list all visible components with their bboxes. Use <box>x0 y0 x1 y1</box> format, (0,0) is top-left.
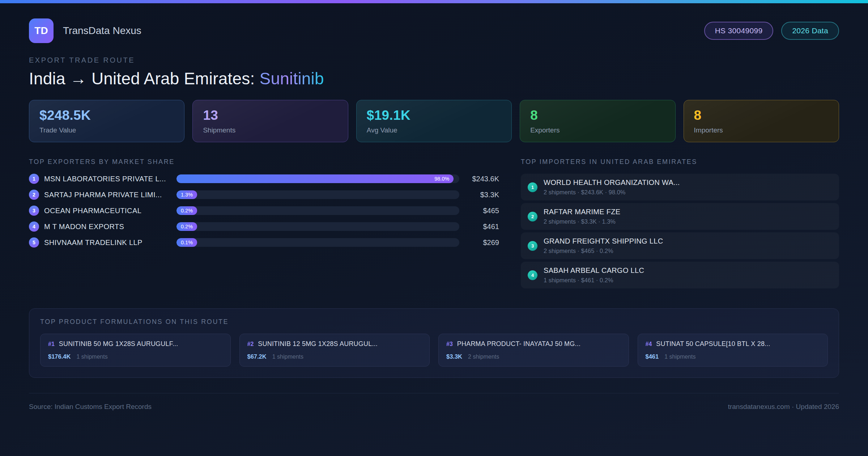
title-product: Sunitinib <box>260 69 324 88</box>
exporter-row[interactable]: 4 M T MADON EXPORTS 0.2% $461 <box>29 221 499 232</box>
stat-label: Importers <box>694 126 829 134</box>
footer: Source: Indian Customs Export Records tr… <box>29 393 839 411</box>
importer-name: SABAH ARBEAL CARGO LLC <box>544 266 644 275</box>
market-share-percent: 0.1% <box>181 240 193 245</box>
exporter-row[interactable]: 1 MSN LABORATORIES PRIVATE L... 98.0% $2… <box>29 174 499 184</box>
exporter-name: SHIVNAAM TRADELINK LLP <box>44 238 171 247</box>
eyebrow-label: EXPORT TRADE ROUTE <box>29 56 839 64</box>
importer-name: GRAND FREIGHTX SHIPPING LLC <box>544 237 663 245</box>
product-rank: #1 <box>48 341 55 347</box>
product-top: #4 SUTINAT 50 CAPSULE[10 BTL X 28... <box>646 340 820 348</box>
header: TD TransData Nexus HS 30049099 2026 Data <box>29 18 839 43</box>
exporter-rank-badge: 3 <box>29 206 39 216</box>
product-card[interactable]: #4 SUTINAT 50 CAPSULE[10 BTL X 28... $46… <box>638 334 828 367</box>
importer-card[interactable]: 3 GRAND FREIGHTX SHIPPING LLC 2 shipment… <box>521 232 839 259</box>
stat-card-avg-value: $19.1K Avg Value <box>356 100 512 142</box>
importer-rank-badge: 1 <box>528 182 537 192</box>
market-share-bar: 0.1% <box>176 238 197 247</box>
stat-card-trade-value: $248.5K Trade Value <box>29 100 184 142</box>
product-name: SUNITINIB 50 MG 1X28S AURUGULF... <box>59 340 178 348</box>
market-share-bar: 98.0% <box>176 174 454 183</box>
importer-info: RAFTAR MARIME FZE 2 shipments · $3.3K · … <box>544 208 621 225</box>
market-share-bar: 0.2% <box>176 206 197 215</box>
importer-card[interactable]: 4 SABAH ARBEAL CARGO LLC 1 shipments · $… <box>521 262 839 288</box>
product-name: PHARMA PRODUCT- INAYATAJ 50 MG... <box>457 340 580 348</box>
product-shipments: 2 shipments <box>468 354 499 360</box>
exporters-section: TOP EXPORTERS BY MARKET SHARE 1 MSN LABO… <box>29 158 499 253</box>
market-share-bar-track: 98.0% <box>176 174 459 183</box>
stat-value: $19.1K <box>367 108 501 123</box>
product-shipments: 1 shipments <box>76 354 107 360</box>
product-bottom: $461 1 shipments <box>646 353 820 360</box>
exporter-trade-value: $461 <box>464 223 499 231</box>
title-route: India → United Arab Emirates: <box>29 69 255 88</box>
page-container: TD TransData Nexus HS 30049099 2026 Data… <box>0 18 868 411</box>
product-card[interactable]: #1 SUNITINIB 50 MG 1X28S AURUGULF... $17… <box>40 334 231 367</box>
product-top: #3 PHARMA PRODUCT- INAYATAJ 50 MG... <box>446 340 621 348</box>
stat-card-importers: 8 Importers <box>684 100 839 142</box>
market-share-bar-track: 0.2% <box>176 222 459 231</box>
footer-source: Source: Indian Customs Export Records <box>29 403 152 411</box>
importer-card[interactable]: 2 RAFTAR MARIME FZE 2 shipments · $3.3K … <box>521 203 839 230</box>
importer-rank-badge: 2 <box>528 212 537 221</box>
stat-value: 8 <box>694 108 829 123</box>
footer-site-link[interactable]: transdatanexus.com · Updated 2026 <box>728 403 839 411</box>
exporter-name: M T MADON EXPORTS <box>44 223 171 231</box>
stat-label: Shipments <box>203 126 337 134</box>
stat-value: $248.5K <box>39 108 174 123</box>
page-title: India → United Arab Emirates:Sunitinib <box>29 69 839 88</box>
stat-card-shipments: 13 Shipments <box>192 100 348 142</box>
exporter-trade-value: $3.3K <box>464 191 499 199</box>
stats-row: $248.5K Trade Value 13 Shipments $19.1K … <box>29 100 839 142</box>
market-share-percent: 0.2% <box>181 208 193 214</box>
exporter-name: SARTAJ PHARMA PRIVATE LIMI... <box>44 191 171 199</box>
importer-meta: 2 shipments · $3.3K · 1.3% <box>544 218 621 225</box>
product-shipments: 1 shipments <box>664 354 695 360</box>
year-data-badge[interactable]: 2026 Data <box>781 22 839 40</box>
market-share-percent: 98.0% <box>434 176 449 182</box>
market-share-bar: 1.3% <box>176 190 197 199</box>
importer-meta: 1 shipments · $461 · 0.2% <box>544 277 644 284</box>
product-bottom: $176.4K 1 shipments <box>48 353 223 360</box>
exporter-trade-value: $465 <box>464 207 499 215</box>
exporter-rank-badge: 1 <box>29 174 39 184</box>
exporter-row[interactable]: 5 SHIVNAAM TRADELINK LLP 0.1% $269 <box>29 237 499 248</box>
product-rank: #4 <box>646 341 652 347</box>
exporter-name: MSN LABORATORIES PRIVATE L... <box>44 175 171 183</box>
exporter-rank-badge: 5 <box>29 237 39 248</box>
exporters-heading: TOP EXPORTERS BY MARKET SHARE <box>29 158 499 166</box>
content-columns: TOP EXPORTERS BY MARKET SHARE 1 MSN LABO… <box>29 158 839 291</box>
importer-rank-badge: 4 <box>528 270 537 280</box>
product-card[interactable]: #2 SUNITINIB 12 5MG 1X28S AURUGUL... $67… <box>239 334 430 367</box>
products-grid: #1 SUNITINIB 50 MG 1X28S AURUGULF... $17… <box>40 334 828 367</box>
exporter-row[interactable]: 2 SARTAJ PHARMA PRIVATE LIMI... 1.3% $3.… <box>29 190 499 200</box>
product-value: $176.4K <box>48 353 71 360</box>
exporter-trade-value: $269 <box>464 238 499 247</box>
importers-heading: TOP IMPORTERS IN UNITED ARAB EMIRATES <box>521 158 839 166</box>
importer-name: WORLD HEALTH ORGANIZATION WA... <box>544 178 680 187</box>
market-share-bar-track: 1.3% <box>176 190 459 199</box>
importer-name: RAFTAR MARIME FZE <box>544 208 621 216</box>
market-share-bar-track: 0.2% <box>176 206 459 215</box>
market-share-bar-track: 0.1% <box>176 238 459 247</box>
products-heading: TOP PRODUCT FORMULATIONS ON THIS ROUTE <box>40 318 828 326</box>
exporter-row[interactable]: 3 OCEAN PHARMACEUTICAL 0.2% $465 <box>29 206 499 216</box>
product-value: $461 <box>646 353 659 360</box>
market-share-bar: 0.2% <box>176 222 197 231</box>
exporter-name: OCEAN PHARMACEUTICAL <box>44 207 171 215</box>
product-card[interactable]: #3 PHARMA PRODUCT- INAYATAJ 50 MG... $3.… <box>438 334 629 367</box>
product-bottom: $67.2K 1 shipments <box>247 353 422 360</box>
importer-info: GRAND FREIGHTX SHIPPING LLC 2 shipments … <box>544 237 663 254</box>
market-share-percent: 0.2% <box>181 224 193 229</box>
hs-code-badge[interactable]: HS 30049099 <box>704 22 774 40</box>
importer-meta: 2 shipments · $465 · 0.2% <box>544 248 663 254</box>
product-top: #1 SUNITINIB 50 MG 1X28S AURUGULF... <box>48 340 223 348</box>
exporter-rank-badge: 4 <box>29 221 39 232</box>
app-logo: TD <box>29 18 54 43</box>
exporter-trade-value: $243.6K <box>464 175 499 183</box>
importers-section: TOP IMPORTERS IN UNITED ARAB EMIRATES 1 … <box>521 158 839 291</box>
importer-card[interactable]: 1 WORLD HEALTH ORGANIZATION WA... 2 ship… <box>521 174 839 200</box>
brand-name: TransData Nexus <box>63 25 141 37</box>
product-top: #2 SUNITINIB 12 5MG 1X28S AURUGUL... <box>247 340 422 348</box>
accent-gradient-bar <box>0 0 868 3</box>
